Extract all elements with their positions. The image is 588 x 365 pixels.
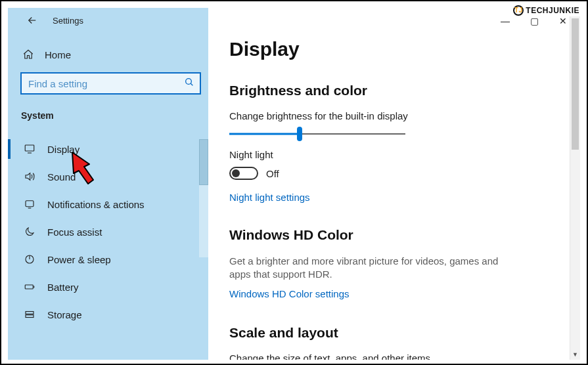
brightness-slider[interactable] (229, 128, 405, 140)
back-button[interactable] (24, 12, 41, 29)
sidebar-item-notifications[interactable]: Notifications & actions (8, 190, 208, 218)
sidebar: Settings Home System Display (8, 8, 208, 360)
svg-marker-7 (72, 152, 93, 184)
monitor-icon (24, 143, 35, 155)
page-title: Display (229, 38, 553, 60)
scale-section: Scale and layout Change the size of text… (229, 325, 553, 360)
sidebar-item-sound[interactable]: Sound (8, 163, 208, 190)
brightness-section-title: Brightness and color (229, 83, 553, 98)
scale-section-title: Scale and layout (229, 325, 553, 341)
moon-icon (24, 226, 35, 238)
hdcolor-description: Get a brighter and more vibrant picture … (229, 255, 518, 282)
sidebar-scrollbar[interactable] (199, 139, 208, 257)
notifications-icon (24, 198, 35, 210)
search-container (8, 60, 208, 95)
sidebar-item-label: Battery (47, 282, 79, 293)
svg-rect-5 (26, 312, 34, 314)
sidebar-nav: Display Sound Notifications & actions Fo… (8, 135, 208, 356)
slider-fill (229, 133, 300, 135)
sidebar-item-label: Focus assist (47, 226, 102, 238)
home-label: Home (45, 49, 71, 60)
battery-icon (24, 281, 35, 293)
scale-description: Change the size of text, apps, and other… (229, 353, 553, 360)
toggle-knob (232, 169, 240, 177)
search-box[interactable] (20, 72, 201, 95)
brightness-slider-label: Change brightness for the built-in displ… (229, 110, 553, 121)
content-scrollbar[interactable]: ▲ ▼ (570, 8, 580, 360)
night-light-toggle-row: Off (229, 167, 553, 180)
content-scroll: Display Brightness and color Change brig… (208, 8, 580, 360)
hdcolor-settings-link[interactable]: Windows HD Color settings (229, 288, 350, 299)
category-label: System (8, 95, 208, 127)
home-button[interactable]: Home (8, 49, 208, 60)
watermark-text: TECHJUNKIE (526, 6, 579, 15)
night-light-label: Night light (229, 149, 553, 160)
brightness-section: Brightness and color Change brightness f… (229, 83, 553, 204)
sidebar-item-storage[interactable]: Storage (8, 301, 208, 328)
settings-title: Settings (53, 16, 83, 26)
search-input[interactable] (28, 78, 184, 89)
svg-rect-2 (26, 201, 34, 207)
annotation-arrow-icon (70, 150, 106, 189)
sidebar-item-display[interactable]: Display (8, 135, 208, 163)
svg-rect-4 (25, 285, 33, 289)
sidebar-item-label: Storage (47, 309, 82, 320)
content-area: Display Brightness and color Change brig… (208, 8, 580, 360)
sidebar-item-power-sleep[interactable]: Power & sleep (8, 246, 208, 273)
night-light-state: Off (266, 168, 279, 179)
scroll-down-icon[interactable]: ▼ (570, 349, 580, 360)
sidebar-item-focus-assist[interactable]: Focus assist (8, 218, 208, 246)
hdcolor-section-title: Windows HD Color (229, 227, 553, 243)
power-icon (24, 253, 35, 265)
svg-rect-6 (26, 315, 34, 318)
night-light-toggle[interactable] (229, 167, 258, 180)
svg-point-0 (186, 79, 192, 85)
storage-icon (24, 309, 35, 320)
search-icon (184, 77, 194, 90)
hdcolor-section: Windows HD Color Get a brighter and more… (229, 227, 553, 300)
night-light-settings-link[interactable]: Night light settings (229, 192, 310, 203)
sidebar-scrollbar-thumb[interactable] (199, 139, 208, 185)
speaker-icon (24, 171, 35, 182)
sidebar-item-label: Power & sleep (47, 254, 111, 265)
home-icon (22, 49, 34, 60)
content-scrollbar-thumb[interactable] (572, 18, 579, 150)
arrow-left-icon (26, 14, 38, 26)
sidebar-item-label: Notifications & actions (47, 199, 145, 210)
sidebar-item-battery[interactable]: Battery (8, 273, 208, 301)
sidebar-header: Settings (8, 8, 208, 29)
watermark-icon: TJ (513, 5, 524, 16)
watermark-badge: TJ TECHJUNKIE (511, 5, 581, 16)
slider-thumb[interactable] (297, 127, 302, 141)
svg-rect-1 (25, 145, 34, 151)
